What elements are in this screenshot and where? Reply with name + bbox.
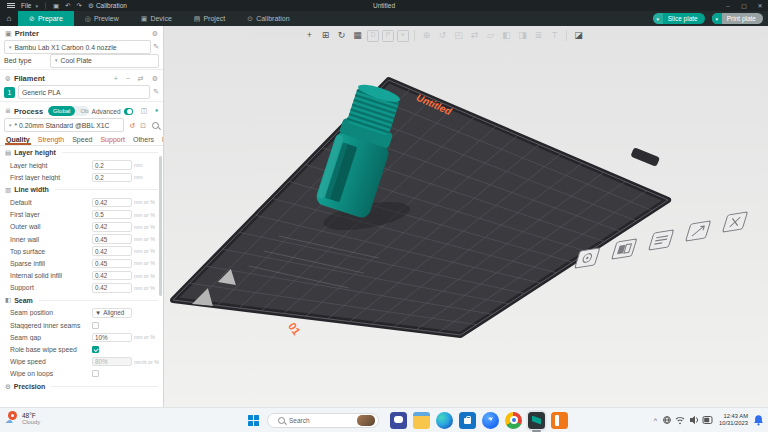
staggered-inner-seams-checkbox[interactable] <box>92 322 99 329</box>
seam-position-select[interactable]: ▼Aligned <box>92 308 132 318</box>
layer-height-input[interactable]: 0.2 <box>92 160 132 170</box>
print-plate-button[interactable]: ▾ Print plate <box>712 13 763 24</box>
home-button[interactable]: ⌂ <box>0 11 18 26</box>
store-taskbar-icon[interactable] <box>459 412 476 429</box>
chrome-taskbar-icon[interactable] <box>505 412 522 429</box>
advanced-toggle[interactable] <box>124 108 133 115</box>
process-preset-select[interactable]: ▼ * 0.20mm Standard @BBL X1C <box>4 118 124 132</box>
start-button[interactable] <box>248 415 259 426</box>
add-plate-icon[interactable]: ⊞ <box>319 29 332 42</box>
add-icon[interactable]: + <box>303 29 316 42</box>
3d-viewport[interactable]: +⊞↻▦DP≡⊕↺◰⇄▱◧◨≣T◪ Untitled 01 <box>164 26 768 408</box>
add-filament-icon[interactable]: + <box>114 75 118 82</box>
filament-settings-gear-icon[interactable]: ⚙ <box>152 75 158 83</box>
notification-bell-icon[interactable] <box>753 414 764 426</box>
tray-status-icons[interactable] <box>662 413 714 427</box>
slice-plate-button[interactable]: ▾ Slice plate <box>653 13 705 24</box>
orca-slicer-taskbar-icon[interactable] <box>551 412 568 429</box>
role-base-wipe-speed-checkbox[interactable] <box>92 346 99 353</box>
process-tab-support[interactable]: Support <box>96 136 129 145</box>
redo-button[interactable]: ↷ <box>74 0 85 11</box>
inner-wall-input[interactable]: 0.45 <box>92 234 132 244</box>
plate-name-icon[interactable] <box>649 230 674 250</box>
section-header-line-width[interactable]: ▥Line width <box>0 183 163 196</box>
divider <box>0 101 163 102</box>
setting-row-support: Support0.42mm or % <box>0 282 163 294</box>
first-layer-input[interactable]: 0.5 <box>92 210 132 220</box>
arrange-icon[interactable]: ▦ <box>351 29 364 42</box>
undo-button[interactable]: ↶ <box>62 0 73 11</box>
search-highlight-thumbnail[interactable] <box>357 415 375 426</box>
process-tab-notes[interactable]: Notes <box>158 136 164 145</box>
delete-plate-icon[interactable] <box>723 212 748 232</box>
line-width-icon: ▥ <box>5 186 11 194</box>
maximize-button[interactable]: ▢ <box>736 0 752 11</box>
process-tab-others[interactable]: Others <box>129 136 158 145</box>
process-tab-speed[interactable]: Speed <box>68 136 96 145</box>
mirror-icon: ⇄ <box>468 29 481 42</box>
assembly-view-icon[interactable]: ◪ <box>572 29 585 42</box>
sparse-infill-input[interactable]: 0.45 <box>92 259 132 269</box>
calibration-menu[interactable]: ⚙ Calibration <box>85 0 130 11</box>
wipe-on-loops-checkbox[interactable] <box>92 370 99 377</box>
taskbar-search-input[interactable]: Search <box>267 413 379 428</box>
flush-volumes-icon[interactable]: ⇄ <box>138 75 144 83</box>
print-dropdown-icon[interactable]: ▾ <box>712 13 722 24</box>
process-tab-quality[interactable]: Quality <box>2 136 34 145</box>
edit-printer-icon[interactable]: ✎ <box>153 43 159 51</box>
weather-widget[interactable]: ☁ 48°F Cloudy <box>5 411 40 425</box>
clock[interactable]: 12:43 AM 10/31/2023 <box>719 413 748 427</box>
filament-preset-select[interactable]: Generic PLA <box>18 85 150 99</box>
filament-slot-badge[interactable]: 1 <box>4 87 15 98</box>
section-header-layer-height[interactable]: ▤Layer height <box>0 146 163 159</box>
arrange-plate-icon[interactable] <box>686 221 711 241</box>
tab-preview[interactable]: ◎Preview <box>74 11 130 26</box>
bambu-studio-taskbar-icon[interactable] <box>528 412 545 429</box>
save-preset-icon[interactable]: ⊡ <box>140 122 146 129</box>
minimize-button[interactable]: – <box>720 0 736 11</box>
tab-device[interactable]: ▣Device <box>130 11 183 26</box>
wipe-speed-input[interactable]: 80% <box>92 357 132 367</box>
slice-dropdown-icon[interactable]: ▾ <box>653 13 663 24</box>
reset-preset-icon[interactable]: ↺ <box>129 122 135 129</box>
expert-mode-icon[interactable]: * <box>155 108 158 115</box>
process-tab-strength[interactable]: Strength <box>34 136 68 145</box>
auto-orient-icon[interactable]: ↻ <box>335 29 348 42</box>
global-objects-toggle[interactable]: GlobalObjects <box>48 106 89 116</box>
sidebar-scrollbar[interactable] <box>159 156 162 296</box>
outer-wall-input[interactable]: 0.42 <box>92 222 132 232</box>
bed-type-select[interactable]: ▼ Cool Plate <box>50 54 159 68</box>
scope-global[interactable]: Global <box>48 106 75 116</box>
plate-settings-icon[interactable] <box>612 239 637 259</box>
top-surface-input[interactable]: 0.42 <box>92 246 132 256</box>
support-input[interactable]: 0.42 <box>92 283 132 293</box>
save-button[interactable]: ▣ <box>50 0 62 11</box>
file-menu[interactable]: File ▾ <box>0 0 41 11</box>
section-header-seam[interactable]: ◧Seam <box>0 294 163 307</box>
printer-preset-select[interactable]: ▼ Bambu Lab X1 Carbon 0.4 nozzle <box>4 40 151 54</box>
edge-taskbar-icon[interactable] <box>436 412 453 429</box>
section-header-precision[interactable]: ⚙Precision <box>0 380 163 393</box>
search-settings-icon[interactable] <box>152 122 159 129</box>
scope-objects[interactable]: Objects <box>75 106 88 116</box>
remove-filament-icon[interactable]: − <box>126 75 130 82</box>
internal-solid-infill-input[interactable]: 0.42 <box>92 271 132 281</box>
tray-overflow-chevron-icon[interactable]: ^ <box>654 417 657 424</box>
printer-settings-gear-icon[interactable]: ⚙ <box>152 30 158 38</box>
close-button[interactable]: ✕ <box>752 0 768 11</box>
build-plate[interactable] <box>173 80 668 335</box>
seam-gap-input[interactable]: 10% <box>92 333 132 343</box>
tab-project[interactable]: ▤Project <box>183 11 236 26</box>
file-explorer-taskbar-icon[interactable] <box>413 412 430 429</box>
scene-canvas[interactable]: Untitled 01 <box>164 26 768 408</box>
compare-presets-icon[interactable]: ◫ <box>141 107 148 115</box>
chat-taskbar-icon[interactable] <box>390 412 407 429</box>
first-layer-height-input[interactable]: 0.2 <box>92 173 132 183</box>
edit-filament-icon[interactable]: ✎ <box>153 88 159 96</box>
default-input[interactable]: 0.42 <box>92 198 132 208</box>
tab-calibration[interactable]: ⊙Calibration <box>236 11 300 26</box>
scale-icon: ◰ <box>452 29 465 42</box>
tab-prepare[interactable]: ⊘Prepare <box>18 11 74 26</box>
chevron-down-icon: ▼ <box>8 45 12 50</box>
messenger-taskbar-icon[interactable] <box>482 412 499 429</box>
